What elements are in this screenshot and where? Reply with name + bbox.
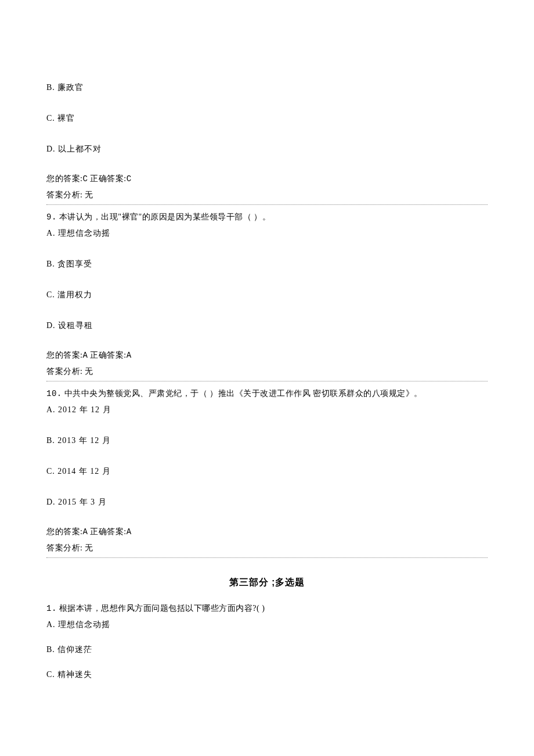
q8-answer-row: 您的答案:C 正确答案:C — [46, 172, 488, 185]
q10-analysis-row: 答案分析: 无 — [46, 542, 488, 554]
q10-option-c: C. 2014 年 12 月 — [46, 465, 488, 477]
option-text: A. 理想信念动摇 — [46, 620, 110, 629]
q10-option-a: A. 2012 年 12 月 — [46, 404, 488, 416]
your-answer-value: C — [82, 174, 88, 183]
q9-option-d: D. 设租寻租 — [46, 319, 488, 332]
s3q1-question: 1. 根据本讲，思想作风方面问题包括以下哪些方面内容?( ) — [46, 602, 488, 615]
question-body: 本讲认为，出现"裸官"的原因是因为某些领导干部（ ）。 — [59, 213, 270, 221]
q9-answer-row: 您的答案:A 正确答案:A — [46, 349, 488, 362]
question-body: 根据本讲，思想作风方面问题包括以下哪些方面内容?( ) — [59, 604, 265, 613]
option-text: C. 裸官 — [46, 114, 75, 123]
q8-option-b: B. 廉政官 — [46, 81, 488, 93]
section-title: 第三部分 ;多选题 — [229, 577, 305, 587]
analysis-label: 答案分析: — [46, 190, 82, 199]
q10-answer-row: 您的答案:A 正确答案:A — [46, 525, 488, 538]
section-3-header: 第三部分 ;多选题 — [46, 575, 488, 589]
your-answer-value: A — [82, 351, 88, 360]
question-number: 10. — [46, 389, 62, 398]
option-text: B. 贪图享受 — [46, 260, 92, 268]
correct-answer-label: 正确答案: — [90, 174, 126, 183]
analysis-label: 答案分析: — [46, 543, 82, 552]
question-body: 中共中央为整顿党风、严肃党纪，于（ ）推出《关于改进工作作风 密切联系群众的八项… — [64, 389, 423, 398]
analysis-value: 无 — [85, 367, 93, 376]
q10-option-b: B. 2013 年 12 月 — [46, 434, 488, 447]
correct-answer-label: 正确答案: — [90, 527, 126, 536]
divider — [46, 381, 488, 381]
q9-analysis-row: 答案分析: 无 — [46, 365, 488, 377]
correct-answer-value: C — [127, 174, 132, 183]
s3q1-option-c: C. 精神迷失 — [46, 668, 488, 681]
s3q1-option-a: A. 理想信念动摇 — [46, 618, 488, 631]
q9-question: 9. 本讲认为，出现"裸官"的原因是因为某些领导干部（ ）。 — [46, 211, 488, 224]
q10-option-d: D. 2015 年 3 月 — [46, 496, 488, 508]
your-answer-label: 您的答案: — [46, 351, 82, 359]
question-number: 1. — [46, 604, 57, 613]
divider — [46, 557, 488, 558]
q8-option-d: D. 以上都不对 — [46, 143, 488, 155]
your-answer-label: 您的答案: — [46, 174, 82, 183]
question-number: 9. — [46, 213, 57, 222]
analysis-label: 答案分析: — [46, 367, 82, 376]
s3q1-option-b: B. 信仰迷茫 — [46, 643, 488, 656]
q8-option-c: C. 裸官 — [46, 112, 488, 124]
divider — [46, 204, 488, 205]
q9-option-c: C. 滥用权力 — [46, 289, 488, 301]
option-text: D. 设租寻租 — [46, 321, 93, 330]
option-text: B. 信仰迷茫 — [46, 645, 92, 654]
option-text: B. 廉政官 — [46, 83, 84, 92]
option-text: D. 以上都不对 — [46, 145, 102, 153]
q9-option-b: B. 贪图享受 — [46, 258, 488, 270]
option-text: C. 滥用权力 — [46, 290, 92, 299]
correct-answer-value: A — [127, 351, 132, 360]
option-text: A. 理想信念动摇 — [46, 229, 110, 237]
your-answer-label: 您的答案: — [46, 527, 82, 536]
your-answer-value: A — [82, 527, 88, 537]
correct-answer-label: 正确答案: — [90, 351, 126, 359]
analysis-value: 无 — [85, 190, 93, 199]
analysis-value: 无 — [85, 543, 93, 552]
q10-question: 10. 中共中央为整顿党风、严肃党纪，于（ ）推出《关于改进工作作风 密切联系群… — [46, 387, 488, 400]
q8-analysis-row: 答案分析: 无 — [46, 189, 488, 201]
option-text: A. 2012 年 12 月 — [46, 405, 111, 414]
option-text: D. 2015 年 3 月 — [46, 498, 107, 506]
option-text: C. 2014 年 12 月 — [46, 467, 111, 476]
correct-answer-value: A — [127, 527, 132, 537]
option-text: C. 精神迷失 — [46, 670, 92, 679]
option-text: B. 2013 年 12 月 — [46, 436, 111, 445]
q9-option-a: A. 理想信念动摇 — [46, 227, 488, 239]
